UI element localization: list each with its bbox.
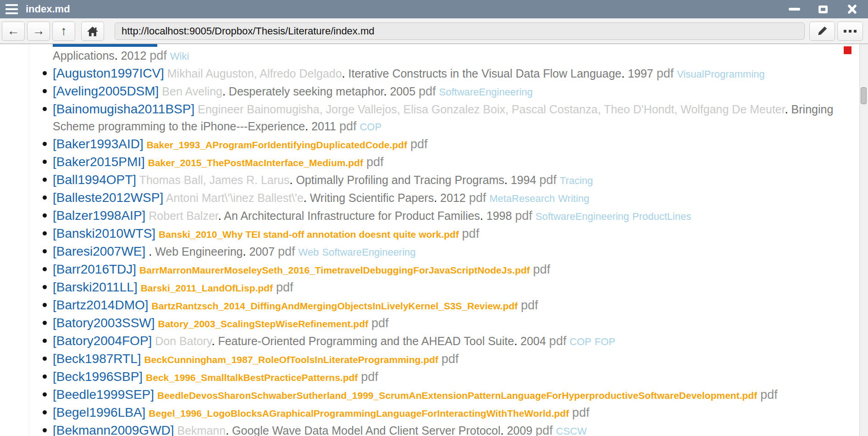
- tag-link[interactable]: SoftwareEngineering: [439, 86, 533, 98]
- separator-dot: .: [290, 173, 293, 186]
- citation-key[interactable]: [Barr2016TDJ]: [53, 262, 136, 276]
- pdf-filename-link[interactable]: Begel_1996_LogoBlocksAGraphicalProgrammi…: [149, 408, 569, 419]
- pdf-filename-link[interactable]: Baker_1993_AProgramForIdentifyingDuplica…: [147, 140, 407, 150]
- pdf-link[interactable]: pdf: [549, 334, 567, 348]
- tag-link[interactable]: Web: [299, 246, 319, 258]
- vertical-scrollbar[interactable]: [859, 44, 868, 436]
- pdf-link[interactable]: pdf: [533, 263, 551, 276]
- citation-key[interactable]: [Aveling2005DSM]: [53, 84, 159, 98]
- tag-link[interactable]: COP: [359, 121, 381, 133]
- pdf-link[interactable]: pdf: [572, 406, 590, 419]
- navigation-toolbar: ← → ↑ http://localhost:9005/Dropbox/Thes…: [0, 18, 868, 44]
- pdf-link[interactable]: pdf: [536, 424, 553, 436]
- tag-link[interactable]: VisualProgramming: [677, 68, 765, 80]
- pdf-link[interactable]: pdf: [539, 173, 557, 187]
- citation-key[interactable]: [Beedle1999SEP]: [53, 387, 154, 402]
- tag-link[interactable]: MetaResearch: [489, 193, 555, 204]
- citation-key[interactable]: [Banski2010WTS]: [53, 226, 155, 240]
- title-bar: index.md: [0, 0, 868, 18]
- pdf-link[interactable]: pdf: [462, 227, 480, 240]
- pdf-filename-link[interactable]: Beck_1996_SmalltalkBestPracticePatterns.…: [146, 372, 358, 383]
- bibliography-entry: [Beck1987RTL] BeckCunningham_1987_RoleOf…: [53, 350, 854, 368]
- citation-key[interactable]: [Baresi2007WE]: [53, 244, 145, 258]
- bibliography-entry: [Auguston1997ICV] Mikhail Auguston, Alfr…: [53, 65, 854, 83]
- bibliography-entry: [Begel1996LBA] Begel_1996_LogoBlocksAGra…: [53, 404, 854, 422]
- separator-dot: .: [305, 120, 308, 133]
- citation-key[interactable]: [Beck1996SBP]: [53, 369, 143, 384]
- tag-link[interactable]: CSCW: [556, 425, 587, 436]
- entry-title: Optimally Profiling and Tracing Programs: [296, 173, 504, 186]
- edit-button[interactable]: [809, 22, 835, 41]
- pdf-link[interactable]: pdf: [419, 84, 436, 98]
- home-button[interactable]: [81, 22, 104, 41]
- pdf-filename-link[interactable]: Banski_2010_Why TEI stand-off annotation…: [159, 229, 459, 240]
- citation-key[interactable]: [Batory2004FOP]: [53, 334, 152, 348]
- pdf-link[interactable]: pdf: [521, 298, 538, 312]
- pdf-filename-link[interactable]: Baker_2015_ThePostMacInterface_Medium.pd…: [148, 157, 363, 168]
- tag-link[interactable]: SoftwareEngineering: [536, 211, 629, 222]
- pdf-link[interactable]: pdf: [657, 67, 674, 80]
- tag-link[interactable]: ProductLines: [632, 211, 691, 222]
- tag-link[interactable]: FOP: [595, 336, 615, 347]
- pdf-filename-link[interactable]: Batory_2003_ScalingStepWiseRefinement.pd…: [158, 319, 368, 329]
- hamburger-menu-icon[interactable]: [6, 4, 18, 15]
- red-square-marker: [844, 46, 851, 54]
- tag-link[interactable]: COP: [569, 336, 592, 347]
- separator-dot: .: [621, 67, 625, 80]
- citation-key[interactable]: [Ball1994OPT]: [53, 173, 136, 187]
- pdf-filename-link[interactable]: BarrMarronMaurerMoseleySeth_2016_Timetra…: [139, 265, 530, 275]
- entry-authors: Thomas Ball, James R. Larus: [139, 173, 290, 186]
- tag-link[interactable]: SoftwareEngineering: [322, 246, 415, 258]
- maximize-button[interactable]: [816, 2, 830, 16]
- tag-link[interactable]: Writing: [558, 193, 589, 204]
- entry-title: Feature-Oriented Programming and the AHE…: [218, 335, 514, 347]
- citation-key[interactable]: [Bartz2014DMO]: [53, 298, 149, 312]
- close-button[interactable]: [845, 2, 859, 16]
- bibliography-entry: [Batory2004FOP] Don Batory. Feature-Orie…: [53, 332, 854, 350]
- hamburger-bar: [6, 4, 18, 6]
- up-button[interactable]: ↑: [52, 22, 75, 41]
- pdf-link[interactable]: pdf: [469, 191, 487, 205]
- pdf-link[interactable]: pdf: [760, 388, 778, 402]
- pdf-filename-link[interactable]: BeedleDevosSharonSchwaberSutherland_1999…: [157, 390, 757, 401]
- citation-key[interactable]: [Balleste2012WSP]: [53, 190, 163, 205]
- pdf-link[interactable]: pdf: [410, 137, 428, 151]
- pdf-link[interactable]: pdf: [442, 352, 459, 366]
- forward-button[interactable]: →: [27, 22, 50, 41]
- pdf-link[interactable]: pdf: [366, 155, 384, 169]
- citation-key[interactable]: [Baker2015PMI]: [53, 155, 145, 169]
- pdf-link[interactable]: pdf: [278, 245, 295, 258]
- pdf-link[interactable]: pdf: [339, 119, 357, 133]
- citation-key[interactable]: [Barski2011LL]: [53, 280, 138, 294]
- entry-year: 1998: [487, 209, 512, 222]
- bibliography-entry: [Beedle1999SEP] BeedleDevosSharonSchwabe…: [53, 386, 854, 404]
- pdf-link[interactable]: pdf: [149, 49, 167, 62]
- minimize-button[interactable]: [787, 2, 801, 16]
- pdf-filename-link[interactable]: BeckCunningham_1987_RoleOfToolsInLiterat…: [144, 354, 438, 365]
- citation-key[interactable]: [Bainomugisha2011BSP]: [53, 102, 194, 116]
- citation-key[interactable]: [Balzer1998AIP]: [53, 208, 145, 223]
- entry-authors: Don Batory: [155, 335, 211, 347]
- pdf-link[interactable]: pdf: [515, 209, 532, 223]
- citation-key[interactable]: [Batory2003SSW]: [53, 316, 155, 330]
- url-bar[interactable]: http://localhost:9005/Dropbox/Thesis/Lit…: [115, 22, 805, 40]
- entry-title: Writing Scientific Papers: [310, 191, 434, 204]
- back-button[interactable]: ←: [2, 22, 25, 41]
- bibliography-entry: [Balleste2012WSP] Antoni Mart\'\inez Bal…: [53, 189, 854, 207]
- citation-key[interactable]: [Beck1987RTL]: [53, 352, 141, 366]
- citation-key[interactable]: [Baker1993AID]: [53, 137, 144, 151]
- pdf-link[interactable]: pdf: [361, 370, 378, 384]
- tag-link[interactable]: Tracing: [560, 175, 593, 186]
- citation-key[interactable]: [Begel1996LBA]: [53, 405, 145, 419]
- tag-link[interactable]: Wiki: [170, 50, 189, 62]
- scrollbar-thumb[interactable]: [861, 87, 867, 104]
- separator-dot: .: [226, 424, 229, 436]
- more-options-button[interactable]: [837, 22, 863, 41]
- pdf-filename-link[interactable]: Barski_2011_LandOfLisp.pdf: [141, 283, 273, 293]
- pdf-filename-link[interactable]: BartzRantzsch_2014_DiffingAndMergingObje…: [151, 301, 518, 311]
- pdf-link[interactable]: pdf: [276, 280, 293, 294]
- citation-key[interactable]: [Auguston1997ICV]: [53, 66, 164, 80]
- citation-key[interactable]: [Bekmann2009GWD]: [53, 423, 174, 436]
- entry-year: 2004: [520, 335, 546, 347]
- pdf-link[interactable]: pdf: [371, 316, 389, 330]
